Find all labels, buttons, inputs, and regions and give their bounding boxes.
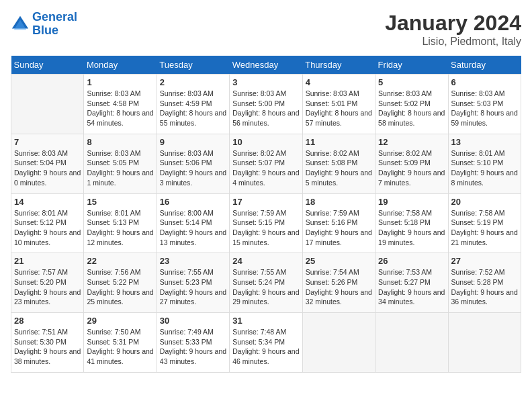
calendar-cell: 3Sunrise: 8:03 AMSunset: 5:00 PMDaylight… <box>230 75 302 134</box>
cell-info: Sunrise: 8:03 AMSunset: 4:59 PMDaylight:… <box>160 89 226 128</box>
calendar-cell: 28Sunrise: 7:51 AMSunset: 5:30 PMDayligh… <box>11 313 84 373</box>
cell-info: Sunrise: 7:56 AMSunset: 5:22 PMDaylight:… <box>87 267 153 307</box>
calendar-cell: 1Sunrise: 8:03 AMSunset: 4:58 PMDaylight… <box>84 75 157 134</box>
day-number: 24 <box>232 256 299 266</box>
logo-text: General Blue <box>32 11 77 38</box>
cell-info: Sunrise: 8:02 AMSunset: 5:08 PMDaylight:… <box>306 148 372 188</box>
day-number: 8 <box>87 137 153 147</box>
day-number: 7 <box>14 137 81 147</box>
cell-info: Sunrise: 7:49 AMSunset: 5:33 PMDaylight:… <box>160 327 226 367</box>
calendar-week-row: 1Sunrise: 8:03 AMSunset: 4:58 PMDaylight… <box>11 75 521 134</box>
calendar-cell: 19Sunrise: 7:58 AMSunset: 5:18 PMDayligh… <box>375 193 448 253</box>
day-number: 21 <box>14 256 81 266</box>
calendar-cell: 20Sunrise: 7:58 AMSunset: 5:19 PMDayligh… <box>448 193 521 253</box>
calendar-cell: 16Sunrise: 8:00 AMSunset: 5:14 PMDayligh… <box>157 193 229 253</box>
day-number: 22 <box>87 256 153 266</box>
cell-info: Sunrise: 7:58 AMSunset: 5:19 PMDaylight:… <box>451 208 518 248</box>
subtitle: Lisio, Piedmont, Italy <box>385 36 521 48</box>
cell-info: Sunrise: 7:53 AMSunset: 5:27 PMDaylight:… <box>378 267 445 307</box>
calendar-cell: 23Sunrise: 7:55 AMSunset: 5:23 PMDayligh… <box>157 253 229 313</box>
calendar-cell: 13Sunrise: 8:01 AMSunset: 5:10 PMDayligh… <box>448 134 521 193</box>
calendar-cell: 17Sunrise: 7:59 AMSunset: 5:15 PMDayligh… <box>230 193 302 253</box>
cell-info: Sunrise: 8:00 AMSunset: 5:14 PMDaylight:… <box>160 208 226 248</box>
day-number: 14 <box>14 197 81 207</box>
day-number: 13 <box>451 137 518 147</box>
calendar-cell: 15Sunrise: 8:01 AMSunset: 5:13 PMDayligh… <box>84 193 157 253</box>
day-number: 26 <box>378 256 445 266</box>
calendar-cell: 8Sunrise: 8:03 AMSunset: 5:05 PMDaylight… <box>84 134 157 193</box>
cell-info: Sunrise: 8:02 AMSunset: 5:09 PMDaylight:… <box>378 148 445 188</box>
cell-info: Sunrise: 8:02 AMSunset: 5:07 PMDaylight:… <box>232 148 299 188</box>
day-number: 3 <box>232 77 299 87</box>
cell-info: Sunrise: 8:01 AMSunset: 5:10 PMDaylight:… <box>451 148 518 188</box>
calendar-cell: 30Sunrise: 7:49 AMSunset: 5:33 PMDayligh… <box>157 313 229 373</box>
day-number: 29 <box>87 316 153 326</box>
cell-info: Sunrise: 7:59 AMSunset: 5:15 PMDaylight:… <box>232 208 299 248</box>
day-number: 27 <box>451 256 518 266</box>
calendar-cell: 6Sunrise: 8:03 AMSunset: 5:03 PMDaylight… <box>448 75 521 134</box>
day-number: 18 <box>306 197 372 207</box>
calendar-week-row: 28Sunrise: 7:51 AMSunset: 5:30 PMDayligh… <box>11 313 521 373</box>
logo-icon <box>11 15 30 34</box>
day-number: 1 <box>87 77 153 87</box>
day-number: 28 <box>14 316 81 326</box>
title-block: January 2024 Lisio, Piedmont, Italy <box>385 11 521 48</box>
cell-info: Sunrise: 7:55 AMSunset: 5:24 PMDaylight:… <box>232 267 299 307</box>
page-header: General Blue January 2024 Lisio, Piedmon… <box>11 11 521 48</box>
day-number: 11 <box>306 137 372 147</box>
weekday-header-row: SundayMondayTuesdayWednesdayThursdayFrid… <box>11 56 521 75</box>
calendar-cell: 10Sunrise: 8:02 AMSunset: 5:07 PMDayligh… <box>230 134 302 193</box>
calendar-cell: 27Sunrise: 7:52 AMSunset: 5:28 PMDayligh… <box>448 253 521 313</box>
cell-info: Sunrise: 7:48 AMSunset: 5:34 PMDaylight:… <box>232 327 299 367</box>
day-number: 15 <box>87 197 153 207</box>
day-number: 23 <box>160 256 226 266</box>
weekday-header: Friday <box>375 56 448 75</box>
weekday-header: Monday <box>84 56 157 75</box>
day-number: 25 <box>306 256 372 266</box>
calendar-cell: 12Sunrise: 8:02 AMSunset: 5:09 PMDayligh… <box>375 134 448 193</box>
weekday-header: Sunday <box>11 56 84 75</box>
cell-info: Sunrise: 8:03 AMSunset: 5:03 PMDaylight:… <box>451 89 518 128</box>
calendar-cell: 26Sunrise: 7:53 AMSunset: 5:27 PMDayligh… <box>375 253 448 313</box>
calendar-cell: 9Sunrise: 8:03 AMSunset: 5:06 PMDaylight… <box>157 134 229 193</box>
calendar-cell: 11Sunrise: 8:02 AMSunset: 5:08 PMDayligh… <box>302 134 375 193</box>
day-number: 19 <box>378 197 445 207</box>
cell-info: Sunrise: 7:59 AMSunset: 5:16 PMDaylight:… <box>306 208 372 248</box>
cell-info: Sunrise: 8:03 AMSunset: 5:02 PMDaylight:… <box>378 89 445 128</box>
cell-info: Sunrise: 8:03 AMSunset: 5:00 PMDaylight:… <box>232 89 299 128</box>
cell-info: Sunrise: 8:03 AMSunset: 5:05 PMDaylight:… <box>87 148 153 188</box>
logo: General Blue <box>11 11 77 38</box>
day-number: 10 <box>232 137 299 147</box>
calendar-cell: 29Sunrise: 7:50 AMSunset: 5:31 PMDayligh… <box>84 313 157 373</box>
day-number: 16 <box>160 197 226 207</box>
day-number: 30 <box>160 316 226 326</box>
cell-info: Sunrise: 8:01 AMSunset: 5:13 PMDaylight:… <box>87 208 153 248</box>
cell-info: Sunrise: 7:54 AMSunset: 5:26 PMDaylight:… <box>306 267 372 307</box>
calendar-cell <box>448 313 521 373</box>
day-number: 5 <box>378 77 445 87</box>
calendar-cell: 22Sunrise: 7:56 AMSunset: 5:22 PMDayligh… <box>84 253 157 313</box>
calendar-cell: 18Sunrise: 7:59 AMSunset: 5:16 PMDayligh… <box>302 193 375 253</box>
cell-info: Sunrise: 7:57 AMSunset: 5:20 PMDaylight:… <box>14 267 81 307</box>
day-number: 2 <box>160 77 226 87</box>
calendar-cell: 31Sunrise: 7:48 AMSunset: 5:34 PMDayligh… <box>230 313 302 373</box>
calendar-cell: 25Sunrise: 7:54 AMSunset: 5:26 PMDayligh… <box>302 253 375 313</box>
day-number: 31 <box>232 316 299 326</box>
day-number: 17 <box>232 197 299 207</box>
cell-info: Sunrise: 7:50 AMSunset: 5:31 PMDaylight:… <box>87 327 153 367</box>
cell-info: Sunrise: 8:01 AMSunset: 5:12 PMDaylight:… <box>14 208 81 248</box>
day-number: 20 <box>451 197 518 207</box>
cell-info: Sunrise: 7:52 AMSunset: 5:28 PMDaylight:… <box>451 267 518 307</box>
day-number: 4 <box>306 77 372 87</box>
calendar-cell: 2Sunrise: 8:03 AMSunset: 4:59 PMDaylight… <box>157 75 229 134</box>
weekday-header: Thursday <box>302 56 375 75</box>
day-number: 6 <box>451 77 518 87</box>
calendar-cell: 21Sunrise: 7:57 AMSunset: 5:20 PMDayligh… <box>11 253 84 313</box>
calendar-cell: 7Sunrise: 8:03 AMSunset: 5:04 PMDaylight… <box>11 134 84 193</box>
calendar-cell <box>302 313 375 373</box>
weekday-header: Tuesday <box>157 56 229 75</box>
calendar-cell: 14Sunrise: 8:01 AMSunset: 5:12 PMDayligh… <box>11 193 84 253</box>
day-number: 9 <box>160 137 226 147</box>
calendar-week-row: 7Sunrise: 8:03 AMSunset: 5:04 PMDaylight… <box>11 134 521 193</box>
calendar-week-row: 21Sunrise: 7:57 AMSunset: 5:20 PMDayligh… <box>11 253 521 313</box>
